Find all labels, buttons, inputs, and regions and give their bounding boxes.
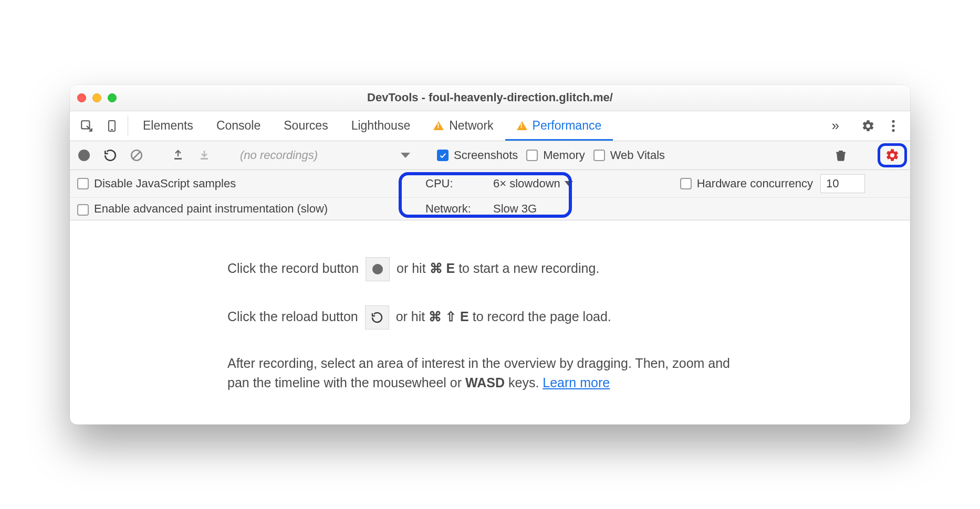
checkbox-icon (77, 204, 89, 216)
hint-record: Click the record button or hit ⌘ E to st… (227, 257, 742, 281)
chevron-down-icon (565, 181, 573, 186)
inspect-element-icon[interactable] (74, 111, 99, 141)
close-icon[interactable] (77, 93, 86, 102)
kebab-menu-icon[interactable] (881, 119, 906, 133)
tab-sources[interactable]: Sources (272, 111, 339, 141)
reload-record-button[interactable] (101, 146, 119, 164)
garbage-collect-button[interactable] (832, 146, 850, 164)
capture-settings-button[interactable] (885, 148, 900, 163)
hardware-concurrency-input[interactable]: 10 (820, 174, 865, 193)
capture-settings-highlight (878, 143, 907, 167)
tab-network[interactable]: Network (422, 111, 505, 141)
checkbox-icon (593, 150, 605, 161)
load-profile-button[interactable] (169, 146, 187, 164)
memory-checkbox[interactable]: Memory (526, 149, 585, 162)
hardware-concurrency-checkbox[interactable]: Hardware concurrency (680, 177, 813, 190)
minimize-icon[interactable] (92, 93, 101, 102)
tab-console[interactable]: Console (205, 111, 272, 141)
svg-rect-9 (201, 158, 208, 160)
warning-icon (517, 121, 527, 130)
performance-toolbar: (no recordings) Screenshots Memory Web V… (70, 141, 910, 170)
webvitals-checkbox[interactable]: Web Vitals (593, 149, 665, 162)
disable-js-samples-checkbox[interactable]: Disable JavaScript samples (77, 177, 236, 190)
zoom-icon[interactable] (108, 93, 117, 102)
hint-navigate: After recording, select an area of inter… (227, 354, 742, 393)
chevron-down-icon (401, 153, 410, 158)
svg-line-7 (133, 152, 140, 158)
hint-reload: Click the reload button or hit ⌘ ⇧ E to … (227, 305, 742, 330)
more-tabs-button[interactable]: » (822, 118, 849, 134)
separator (128, 115, 128, 136)
reload-button-inline[interactable] (365, 305, 389, 330)
capture-settings-panel: Disable JavaScript samples CPU: 6× slowd… (70, 170, 910, 220)
performance-empty-state: Click the record button or hit ⌘ E to st… (70, 220, 910, 425)
tab-elements[interactable]: Elements (131, 111, 205, 141)
record-button-inline[interactable] (366, 257, 390, 281)
devtools-window: DevTools - foul-heavenly-direction.glitc… (70, 85, 910, 425)
network-throttle-label: Network: (425, 202, 486, 216)
settings-icon[interactable] (856, 119, 881, 133)
svg-point-3 (892, 120, 894, 122)
checkbox-icon (437, 150, 449, 161)
cpu-throttle-select[interactable]: 6× slowdown (493, 177, 598, 190)
svg-rect-8 (174, 158, 182, 160)
window-controls (77, 93, 117, 102)
panel-tabs: Elements Console Sources Lighthouse Netw… (70, 111, 910, 141)
tab-performance[interactable]: Performance (505, 111, 613, 141)
svg-rect-11 (836, 152, 846, 153)
window-title: DevTools - foul-heavenly-direction.glitc… (70, 91, 910, 104)
device-toolbar-icon[interactable] (99, 111, 124, 141)
svg-point-4 (892, 124, 894, 127)
warning-icon (433, 121, 444, 130)
cpu-throttle-label: CPU: (425, 177, 486, 190)
screenshots-checkbox[interactable]: Screenshots (437, 149, 518, 162)
tab-lighthouse[interactable]: Lighthouse (340, 111, 422, 141)
save-profile-button[interactable] (195, 146, 213, 164)
learn-more-link[interactable]: Learn more (543, 375, 610, 390)
recordings-select[interactable]: (no recordings) (240, 149, 413, 162)
checkbox-icon (680, 178, 692, 189)
checkbox-icon (526, 150, 538, 161)
checkbox-icon (77, 178, 89, 189)
clear-button[interactable] (128, 146, 145, 164)
advanced-paint-checkbox[interactable]: Enable advanced paint instrumentation (s… (77, 202, 328, 216)
svg-point-5 (892, 129, 894, 132)
record-button[interactable] (75, 146, 93, 164)
recordings-placeholder: (no recordings) (240, 149, 318, 162)
network-throttle-select[interactable]: Slow 3G (493, 202, 598, 216)
titlebar: DevTools - foul-heavenly-direction.glitc… (70, 85, 910, 111)
